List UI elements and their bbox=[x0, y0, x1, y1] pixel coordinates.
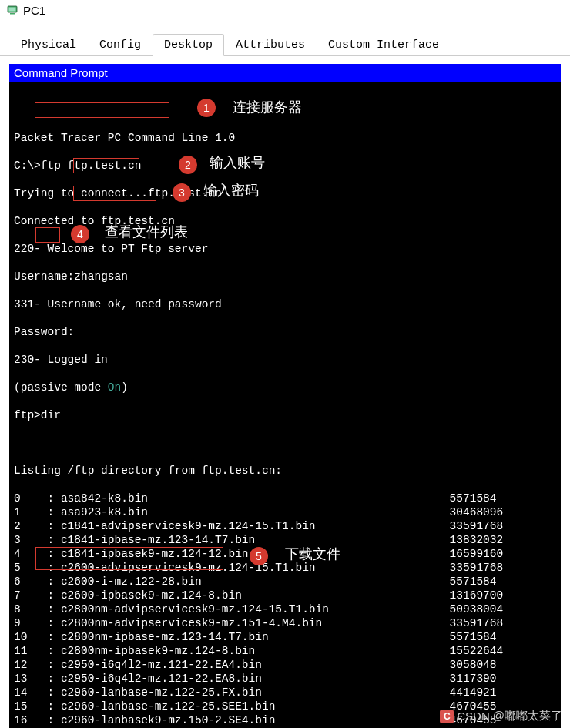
terminal-line: ftp>dir bbox=[14, 408, 556, 422]
tab-physical[interactable]: Physical bbox=[9, 34, 88, 55]
terminal-line: Listing /ftp directory from ftp.test.cn: bbox=[14, 464, 556, 478]
terminal-line bbox=[14, 436, 556, 450]
file-row: 14 : c2960-lanbase-mz.122-25.FX.bin 4414… bbox=[14, 686, 556, 699]
svg-rect-1 bbox=[9, 8, 16, 12]
file-row: 1 : asa923-k8.bin 30468096 bbox=[14, 505, 556, 519]
title-bar[interactable]: PC1 bbox=[0, 0, 570, 20]
terminal-line bbox=[14, 103, 556, 117]
content-area: Command Prompt Packet Tracer PC Command … bbox=[0, 56, 570, 728]
terminal-line: 220- Welcome to PT Ftp server bbox=[14, 242, 556, 256]
pc-icon bbox=[6, 4, 18, 16]
terminal-line: Packet Tracer PC Command Line 1.0 bbox=[14, 131, 556, 145]
terminal-line: Trying to connect...ftp.test.cn bbox=[14, 186, 556, 200]
tab-desktop[interactable]: Desktop bbox=[153, 34, 224, 56]
file-row: 5 : c2600-advipservicesk9-mz.124-15.T1.b… bbox=[14, 561, 556, 575]
file-row: 9 : c2800nm-advipservicesk9-mz.151-4.M4.… bbox=[14, 616, 556, 630]
file-row: 11 : c2800nm-ipbasek9-mz.124-8.bin 15522… bbox=[14, 644, 556, 658]
app-window: PC1 Physical Config Desktop Attributes C… bbox=[0, 0, 570, 728]
terminal-line: Connected to ftp.test.cn bbox=[14, 214, 556, 228]
file-row: 8 : c2800nm-advipservicesk9-mz.124-15.T1… bbox=[14, 602, 556, 616]
terminal[interactable]: Packet Tracer PC Command Line 1.0 C:\>ft… bbox=[9, 82, 561, 728]
tab-attributes[interactable]: Attributes bbox=[224, 34, 317, 55]
watermark-site: CSDN bbox=[457, 710, 490, 723]
file-row: 13 : c2950-i6q4l2-mz.121-22.EA8.bin 3117… bbox=[14, 672, 556, 686]
tab-custom-interface[interactable]: Custom Interface bbox=[317, 34, 451, 55]
terminal-line: (passive mode On) bbox=[14, 381, 556, 394]
terminal-line: 230- Logged in bbox=[14, 353, 556, 367]
file-row: 10 : c2800nm-ipbase-mz.123-14.T7.bin 557… bbox=[14, 630, 556, 644]
file-row: 7 : c2600-ipbasek9-mz.124-8.bin 13169700 bbox=[14, 589, 556, 602]
terminal-line: Username:zhangsan bbox=[14, 270, 556, 283]
terminal-line: C:\>ftp ftp.test.cn bbox=[14, 159, 556, 173]
annotation-box-4 bbox=[35, 227, 60, 243]
file-row: 0 : asa842-k8.bin 5571584 bbox=[14, 491, 556, 505]
watermark-user: @嘟嘟太菜了 bbox=[493, 709, 562, 723]
tab-config[interactable]: Config bbox=[88, 34, 153, 55]
file-row: 6 : c2600-i-mz.122-28.bin 5571584 bbox=[14, 575, 556, 589]
terminal-line: 331- Username ok, need password bbox=[14, 297, 556, 311]
file-row: 12 : c2950-i6q4l2-mz.121-22.EA4.bin 3058… bbox=[14, 658, 556, 672]
file-row: 3 : c1841-ipbase-mz.123-14.T7.bin 138320… bbox=[14, 533, 556, 547]
tab-bar: Physical Config Desktop Attributes Custo… bbox=[0, 20, 570, 56]
window-title: PC1 bbox=[23, 4, 45, 17]
command-prompt-title: Command Prompt bbox=[9, 64, 561, 82]
svg-rect-2 bbox=[10, 13, 15, 15]
watermark: C CSDN @嘟嘟太菜了 bbox=[440, 709, 562, 723]
csdn-icon: C bbox=[440, 710, 454, 723]
terminal-line: Password: bbox=[14, 325, 556, 339]
file-row: 2 : c1841-advipservicesk9-mz.124-15.T1.b… bbox=[14, 519, 556, 533]
file-row: 4 : c1841-ipbasek9-mz.124-12.bin 1659916… bbox=[14, 547, 556, 561]
